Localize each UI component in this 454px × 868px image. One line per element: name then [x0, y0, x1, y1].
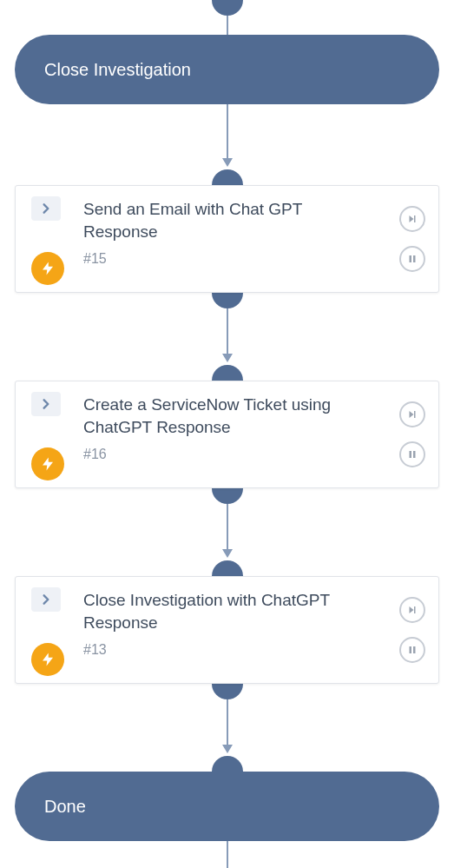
svg-rect-8 [413, 646, 416, 653]
chevron-right-icon [31, 196, 61, 221]
skip-button[interactable] [399, 401, 425, 427]
start-node[interactable]: Close Investigation [15, 35, 439, 104]
svg-rect-5 [413, 451, 416, 458]
lightning-icon [31, 643, 64, 676]
step-card[interactable]: Close Investigation with ChatGPT Respons… [15, 576, 439, 684]
arrowhead-icon [222, 745, 233, 753]
connector-cap-into-end [212, 756, 243, 772]
step-title: Create a ServiceNow Ticket using ChatGPT… [83, 394, 379, 438]
workflow-canvas: Close Investigation Send an Email with C… [0, 0, 454, 868]
step-card[interactable]: Create a ServiceNow Ticket using ChatGPT… [15, 381, 439, 488]
step-id: #15 [83, 251, 379, 267]
card-body: Close Investigation with ChatGPT Respons… [76, 577, 386, 683]
svg-rect-1 [410, 255, 412, 262]
lightning-icon [31, 252, 64, 285]
card-actions [386, 577, 438, 683]
card-actions [386, 381, 438, 487]
connector-cap-into-card [212, 560, 243, 576]
chevron-right-icon [31, 587, 61, 612]
pause-button[interactable] [399, 441, 425, 467]
connector-line [227, 699, 228, 752]
connector-cap-into-card [212, 365, 243, 381]
connector-cap-into-card [212, 169, 243, 185]
connector-cap-entry [212, 0, 243, 16]
connector-line [227, 841, 228, 868]
svg-rect-6 [414, 606, 416, 613]
card-actions [386, 186, 438, 292]
connector-line [227, 16, 228, 35]
pause-button[interactable] [399, 246, 425, 272]
start-node-label: Close Investigation [44, 60, 191, 80]
card-icons [16, 577, 76, 683]
card-body: Send an Email with Chat GPT Response #15 [76, 186, 386, 292]
arrowhead-icon [222, 158, 233, 167]
svg-rect-0 [414, 215, 416, 222]
connector-line [227, 504, 228, 554]
connector-cap-out-card [212, 488, 243, 504]
connector-cap-out-card [212, 684, 243, 699]
svg-rect-2 [413, 255, 416, 262]
pause-button[interactable] [399, 637, 425, 663]
chevron-right-icon [31, 392, 61, 416]
arrowhead-icon [222, 549, 233, 558]
step-id: #13 [83, 642, 379, 658]
skip-button[interactable] [399, 597, 425, 623]
connector-line [227, 104, 228, 163]
step-id: #16 [83, 447, 379, 462]
lightning-icon [31, 447, 64, 480]
end-node-label: Done [44, 797, 86, 817]
arrowhead-icon [222, 354, 233, 362]
svg-rect-3 [414, 411, 416, 418]
card-icons [16, 381, 76, 487]
card-icons [16, 186, 76, 292]
connector-line [227, 308, 228, 359]
svg-rect-7 [410, 646, 412, 653]
card-body: Create a ServiceNow Ticket using ChatGPT… [76, 381, 386, 487]
step-title: Close Investigation with ChatGPT Respons… [83, 589, 379, 633]
end-node[interactable]: Done [15, 772, 439, 841]
skip-button[interactable] [399, 206, 425, 232]
step-card[interactable]: Send an Email with Chat GPT Response #15 [15, 185, 439, 293]
connector-cap-out-card [212, 293, 243, 308]
step-title: Send an Email with Chat GPT Response [83, 198, 379, 242]
svg-rect-4 [410, 451, 412, 458]
